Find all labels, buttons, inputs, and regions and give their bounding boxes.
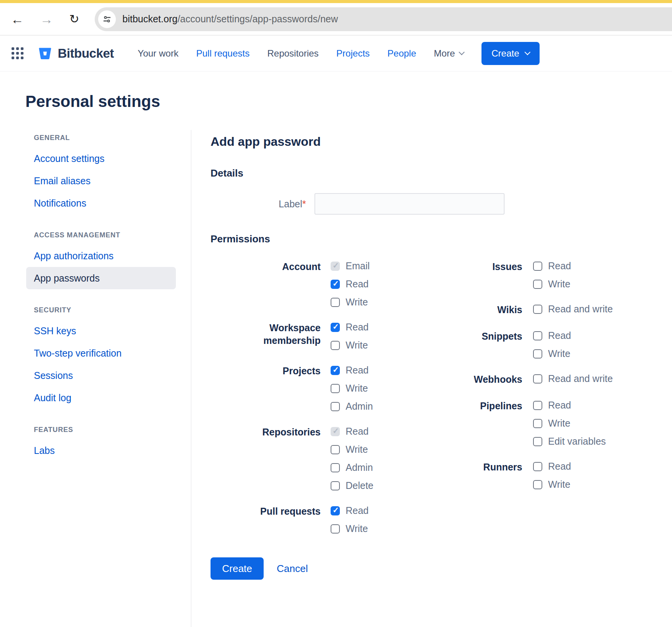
checkbox-icon[interactable]	[533, 349, 542, 359]
permission-option-account-read[interactable]: Read	[331, 278, 370, 290]
permission-option-workspace-write[interactable]: Write	[331, 340, 369, 351]
permission-option-label: Email	[346, 260, 370, 272]
sidebar-item-notifications[interactable]: Notifications	[26, 192, 176, 214]
permission-group-account: Account Email Read Write	[211, 260, 437, 308]
checkbox-icon[interactable]	[533, 374, 542, 384]
browser-forward-icon[interactable]: →	[40, 13, 53, 26]
permission-option-label: Delete	[346, 480, 373, 491]
permission-option-runners-write[interactable]: Write	[533, 479, 571, 490]
sidebar-item-app-passwords[interactable]: App passwords	[26, 267, 176, 289]
checkbox-icon[interactable]	[331, 366, 340, 375]
permission-group-projects: Projects Read Write Admin	[211, 365, 437, 412]
permission-option-label: Read	[346, 365, 369, 376]
permission-option-issues-write[interactable]: Write	[533, 278, 571, 290]
permission-option-account-write[interactable]: Write	[331, 297, 370, 308]
sidebar-item-app-authorizations[interactable]: App authorizations	[26, 245, 176, 267]
checkbox-icon[interactable]	[331, 384, 340, 393]
permission-option-projects-read[interactable]: Read	[331, 365, 373, 376]
checkbox-icon[interactable]	[533, 305, 542, 314]
page-title: Personal settings	[25, 92, 672, 111]
permission-option-label: Write	[346, 297, 368, 308]
checkbox-icon[interactable]	[533, 401, 542, 410]
nav-your-work-label: Your work	[138, 48, 179, 59]
nav-projects[interactable]: Projects	[336, 48, 370, 59]
site-settings-icon[interactable]	[98, 10, 116, 28]
checkbox-icon[interactable]	[331, 481, 340, 490]
permission-option-label: Read	[346, 322, 369, 333]
browser-back-icon[interactable]: ←	[11, 13, 24, 26]
permission-option-webhooks-read-and-write[interactable]: Read and write	[533, 373, 613, 384]
url-path: /account/settings/app-passwords/new	[177, 13, 338, 24]
app-switcher-icon[interactable]	[12, 47, 23, 59]
checkbox-icon[interactable]	[533, 280, 542, 289]
checkbox-icon[interactable]	[331, 524, 340, 534]
permission-option-repositories-read[interactable]: Read	[331, 426, 373, 437]
permissions-right-column: Issues Read Write Wikis	[437, 260, 672, 548]
bitbucket-logo[interactable]: Bitbucket	[37, 45, 114, 62]
checkbox-icon[interactable]	[533, 419, 542, 428]
permission-option-projects-write[interactable]: Write	[331, 383, 373, 394]
cancel-link[interactable]: Cancel	[277, 563, 308, 575]
permission-option-pull-requests-read[interactable]: Read	[331, 505, 369, 516]
checkbox-icon[interactable]	[331, 298, 340, 307]
permission-option-wikis-read-and-write[interactable]: Read and write	[533, 303, 613, 315]
nav-people[interactable]: People	[388, 48, 416, 59]
checkbox-icon	[331, 262, 340, 271]
permission-option-label: Read	[548, 330, 571, 341]
sidebar-item-sessions[interactable]: Sessions	[26, 364, 176, 387]
checkbox-icon[interactable]	[533, 262, 542, 271]
permission-group-pipelines: Pipelines Read Write Edit variables	[437, 400, 672, 447]
address-bar[interactable]: bitbucket.org/account/settings/app-passw…	[95, 7, 672, 31]
checkbox-icon[interactable]	[331, 506, 340, 515]
permission-option-label: Read and write	[548, 303, 613, 315]
checkbox-icon[interactable]	[331, 445, 340, 454]
sidebar-item-audit-log[interactable]: Audit log	[26, 387, 176, 409]
checkbox-icon[interactable]	[331, 280, 340, 289]
create-button[interactable]: Create	[211, 557, 264, 580]
permission-option-pipelines-write[interactable]: Write	[533, 418, 606, 429]
nav-more[interactable]: More	[434, 48, 464, 59]
window-top-strip	[0, 0, 672, 3]
nav-your-work[interactable]: Your work	[138, 48, 179, 59]
permission-group-label: Pipelines	[437, 400, 533, 412]
checkbox-icon[interactable]	[331, 402, 340, 411]
permission-option-pipelines-edit-variables[interactable]: Edit variables	[533, 436, 606, 447]
permission-group-issues: Issues Read Write	[437, 260, 672, 290]
permission-option-runners-read[interactable]: Read	[533, 461, 571, 472]
permission-option-repositories-write[interactable]: Write	[331, 444, 373, 455]
permission-option-pull-requests-write[interactable]: Write	[331, 523, 369, 534]
sidebar-item-email-aliases[interactable]: Email aliases	[26, 170, 176, 192]
permission-option-issues-read[interactable]: Read	[533, 260, 571, 272]
permission-option-projects-admin[interactable]: Admin	[331, 401, 373, 412]
permission-group-label: Wikis	[437, 303, 533, 316]
create-menu-button[interactable]: Create	[481, 42, 540, 65]
checkbox-icon[interactable]	[533, 437, 542, 446]
sidebar-item-two-step-verification[interactable]: Two-step verification	[26, 342, 176, 364]
permission-option-label: Write	[346, 523, 368, 534]
permission-group-repositories: Repositories Read Write Admin	[211, 426, 437, 491]
permission-option-pipelines-read[interactable]: Read	[533, 400, 606, 411]
checkbox-icon[interactable]	[533, 480, 542, 489]
checkbox-icon[interactable]	[533, 331, 542, 340]
checkbox-icon[interactable]	[331, 341, 340, 350]
label-input[interactable]	[314, 193, 505, 215]
permission-option-workspace-read[interactable]: Read	[331, 322, 369, 333]
bitbucket-wordmark: Bitbucket	[58, 46, 114, 61]
sidebar-item-labs[interactable]: Labs	[26, 439, 176, 462]
checkbox-icon[interactable]	[331, 323, 340, 332]
permission-option-account-email[interactable]: Email	[331, 260, 370, 272]
permission-option-snippets-write[interactable]: Write	[533, 348, 571, 359]
sidebar-item-account-settings[interactable]: Account settings	[26, 147, 176, 170]
nav-repositories[interactable]: Repositories	[267, 48, 318, 59]
sidebar-item-ssh-keys[interactable]: SSH keys	[26, 320, 176, 342]
permission-option-snippets-read[interactable]: Read	[533, 330, 571, 341]
browser-reload-icon[interactable]: ↻	[69, 13, 79, 25]
permission-option-label: Read	[548, 400, 571, 411]
permission-option-repositories-delete[interactable]: Delete	[331, 480, 373, 491]
create-menu-label: Create	[491, 48, 519, 59]
sidebar-heading-features: FEATURES	[26, 426, 191, 434]
checkbox-icon[interactable]	[533, 462, 542, 471]
checkbox-icon[interactable]	[331, 463, 340, 472]
permission-option-repositories-admin[interactable]: Admin	[331, 462, 373, 473]
nav-pull-requests[interactable]: Pull requests	[196, 48, 250, 59]
